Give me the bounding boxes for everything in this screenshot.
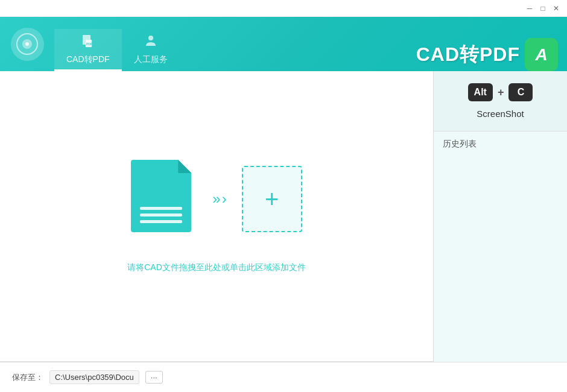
- more-button[interactable]: ···: [145, 371, 163, 384]
- add-file-box[interactable]: +: [242, 166, 302, 232]
- save-path: C:\Users\pc0359\Docu: [49, 370, 139, 384]
- alt-key-badge: Alt: [468, 83, 493, 101]
- tab-human-service-label: 人工服务: [134, 54, 168, 65]
- doc-line-1: [140, 207, 182, 210]
- svg-point-2: [25, 42, 29, 46]
- header: PDF CAD转PDF 人工服务 CAD转PDF A: [0, 17, 567, 71]
- nav-tabs: PDF CAD转PDF 人工服务: [54, 17, 180, 71]
- doc-lines: [140, 207, 182, 223]
- plus-icon: +: [265, 187, 279, 211]
- doc-line-3: [140, 220, 182, 223]
- arrow-icon: » ›: [212, 191, 226, 207]
- brand-text: CAD转PDF: [416, 42, 520, 68]
- logo-icon: [11, 28, 44, 61]
- doc-body: [131, 160, 191, 232]
- main-content: » › + 请将CAD文件拖拽至此处或单击此区域添加文件: [0, 71, 433, 362]
- brand-logo: A: [525, 38, 558, 71]
- footer: 保存至： C:\Users\pc0359\Docu ···: [0, 362, 567, 392]
- minimize-button[interactable]: ─: [524, 2, 536, 14]
- screenshot-widget: Alt + C ScreenShot: [434, 71, 567, 131]
- right-panel: Alt + C ScreenShot 历史列表: [433, 71, 567, 362]
- svg-text:PDF: PDF: [86, 42, 92, 46]
- screenshot-label: ScreenShot: [477, 109, 524, 119]
- maximize-button[interactable]: □: [537, 2, 549, 14]
- shortcut-display: Alt + C: [468, 83, 533, 101]
- save-label: 保存至：: [12, 372, 43, 383]
- titlebar: ─ □ ✕: [0, 0, 567, 17]
- doc-line-2: [140, 213, 182, 217]
- logo-area: [6, 23, 48, 65]
- c-key-badge: C: [508, 83, 533, 101]
- svg-point-6: [148, 36, 153, 40]
- tab-cad-to-pdf[interactable]: PDF CAD转PDF: [54, 29, 122, 71]
- drop-hint-text[interactable]: 请将CAD文件拖拽至此处或单击此区域添加文件: [127, 262, 306, 273]
- plus-connector: +: [498, 86, 504, 99]
- tab-human-service[interactable]: 人工服务: [122, 29, 180, 71]
- document-icon: [131, 160, 197, 238]
- tab-cad-pdf-label: CAD转PDF: [66, 54, 110, 65]
- close-button[interactable]: ✕: [550, 2, 562, 14]
- brand: CAD转PDF A: [416, 38, 558, 71]
- human-service-icon: [144, 34, 158, 52]
- history-label: 历史列表: [434, 131, 567, 157]
- drop-zone-area[interactable]: » › +: [131, 160, 302, 238]
- cad-pdf-icon: PDF: [81, 34, 95, 52]
